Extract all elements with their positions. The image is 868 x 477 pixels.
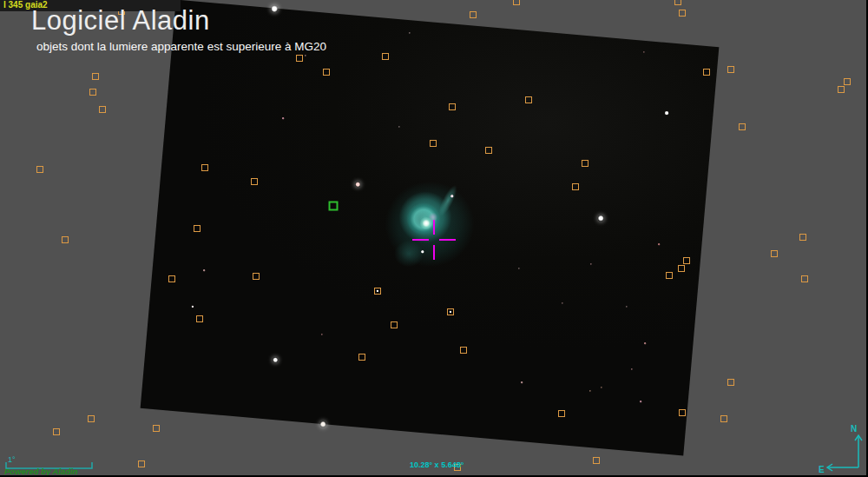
catalog-source-marker[interactable]	[666, 272, 673, 279]
catalog-source-marker[interactable]	[572, 183, 579, 190]
catalog-source-marker[interactable]	[727, 379, 734, 386]
catalog-source-marker[interactable]	[485, 147, 492, 154]
scale-bar-label: 1°	[8, 455, 16, 464]
compass-icon	[821, 433, 865, 472]
catalog-source-marker[interactable]	[296, 55, 303, 62]
catalog-source-marker[interactable]	[558, 410, 565, 417]
compass-east-label: E	[819, 465, 825, 474]
catalog-source-marker[interactable]	[447, 308, 454, 315]
catalog-source-marker[interactable]	[53, 428, 60, 435]
catalog-source-marker[interactable]	[168, 275, 175, 282]
catalog-source-marker[interactable]	[374, 288, 381, 295]
catalog-source-marker[interactable]	[36, 166, 43, 173]
catalog-source-marker[interactable]	[99, 106, 106, 113]
catalog-source-marker[interactable]	[703, 69, 710, 76]
catalog-source-marker[interactable]	[799, 234, 806, 241]
catalog-source-marker[interactable]	[683, 257, 690, 264]
catalog-source-marker[interactable]	[391, 321, 398, 328]
catalog-source-marker[interactable]	[844, 78, 851, 85]
sky-view[interactable]: I 345 gaia2 Logiciel Aladin objets dont …	[0, 0, 868, 477]
catalog-source-marker[interactable]	[593, 457, 600, 464]
catalog-source-marker[interactable]	[582, 160, 589, 167]
catalog-source-marker[interactable]	[525, 96, 532, 103]
catalog-source-marker[interactable]	[153, 425, 160, 432]
catalog-source-marker[interactable]	[382, 53, 389, 60]
catalog-source-marker[interactable]	[801, 275, 808, 282]
catalog-source-marker[interactable]	[89, 89, 96, 96]
selected-source-marker[interactable]	[329, 202, 339, 211]
catalog-source-marker[interactable]	[470, 11, 477, 18]
catalog-source-marker[interactable]	[253, 273, 260, 280]
catalog-source-marker[interactable]	[679, 10, 686, 17]
catalog-source-marker[interactable]	[838, 86, 845, 93]
catalog-source-marker[interactable]	[194, 225, 201, 232]
catalog-source-marker[interactable]	[430, 140, 437, 147]
catalog-source-marker[interactable]	[674, 0, 681, 5]
catalog-source-marker[interactable]	[196, 315, 203, 322]
catalog-source-marker[interactable]	[720, 415, 727, 422]
catalog-source-marker[interactable]	[138, 460, 145, 467]
reticle-arm-down	[433, 245, 435, 260]
catalog-source-marker[interactable]	[92, 73, 99, 80]
sky-image[interactable]	[141, 0, 720, 455]
page-title: Logiciel Aladin	[31, 5, 210, 36]
fov-size-label: 10.28° x 5.648°	[410, 460, 464, 469]
catalog-source-marker[interactable]	[358, 354, 365, 361]
reticle-arm-up	[433, 220, 435, 235]
powered-by-label: Powered by Aladin	[4, 467, 78, 476]
reticle-arm-left	[412, 239, 429, 241]
page-subtitle: objets dont la lumiere apparente est sup…	[36, 40, 326, 53]
catalog-source-marker[interactable]	[251, 178, 258, 185]
catalog-source-marker[interactable]	[201, 164, 208, 171]
reticle-arm-right	[439, 239, 456, 241]
catalog-source-marker[interactable]	[62, 236, 69, 243]
catalog-source-marker[interactable]	[323, 69, 330, 76]
catalog-source-marker[interactable]	[449, 103, 456, 110]
catalog-source-marker[interactable]	[678, 265, 685, 272]
compass-north-label: N	[851, 424, 857, 434]
catalog-source-marker[interactable]	[727, 66, 734, 73]
catalog-source-marker[interactable]	[771, 250, 778, 257]
catalog-source-marker[interactable]	[88, 415, 95, 422]
catalog-source-marker[interactable]	[460, 347, 467, 354]
catalog-source-marker[interactable]	[679, 409, 686, 416]
catalog-source-marker[interactable]	[513, 0, 520, 5]
catalog-source-marker[interactable]	[739, 123, 746, 130]
